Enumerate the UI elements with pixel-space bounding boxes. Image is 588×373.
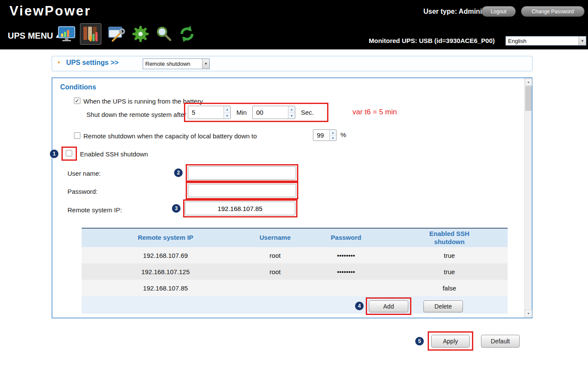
step-badge-2: 2 — [174, 168, 183, 177]
cell-remote-ip: 192.168.107.85 — [82, 280, 249, 296]
table-header-row: Remote system IP Username Password Enabl… — [82, 228, 508, 247]
spin-up-icon[interactable]: ▲ — [224, 106, 230, 113]
cell-ssh: true — [391, 247, 508, 263]
seconds-stepper[interactable]: 00 ▲ ▼ — [252, 106, 295, 119]
capacity-checkbox-label: Remote shutdown when the capacity of loc… — [83, 132, 257, 140]
refresh-icon[interactable] — [176, 23, 198, 45]
breadcrumb-bar — [52, 56, 533, 71]
username-label: User name: — [67, 170, 101, 177]
ups-menu-label: UPS MENU — [8, 31, 53, 41]
vertical-scrollbar[interactable]: ▲ ▼ — [524, 78, 532, 318]
data-log-glyph — [81, 24, 100, 43]
ssh-checkbox[interactable] — [66, 150, 72, 156]
spin-up-icon[interactable]: ▲ — [330, 130, 336, 135]
header-bar: ViewPower UPS MENU ▲ — [0, 0, 588, 49]
min-unit-label: Min — [236, 109, 247, 116]
default-button[interactable]: Default — [481, 335, 520, 348]
step-badge-3: 3 — [172, 204, 181, 213]
cell-ssh: false — [391, 280, 508, 296]
cell-password: •••••••• — [301, 247, 391, 263]
col-header-password: Password — [301, 229, 391, 247]
language-select[interactable]: English ▼ — [505, 36, 586, 46]
change-password-button[interactable]: Change Password — [521, 6, 585, 17]
table-row[interactable]: 192.168.107.125 root •••••••• true — [82, 263, 508, 280]
settings-view-select[interactable]: Remote shutdown ▼ — [143, 58, 210, 69]
check-mark-icon: ✓ — [75, 98, 80, 104]
battery-checkbox[interactable]: ✓ — [74, 98, 80, 104]
cell-username: root — [249, 263, 301, 280]
page-title: UPS settings >> — [66, 59, 119, 67]
spin-down-icon[interactable]: ▼ — [330, 135, 336, 141]
capacity-checkbox[interactable] — [74, 132, 80, 139]
capacity-stepper[interactable]: 99 ▲ ▼ — [313, 129, 337, 141]
remote-ip-field[interactable] — [185, 202, 295, 215]
seconds-value: 00 — [253, 106, 288, 119]
col-header-ssh: Enabled SSH shutdown — [391, 229, 508, 247]
cell-remote-ip: 192.168.107.69 — [82, 247, 249, 263]
minutes-spin-buttons: ▲ ▼ — [224, 106, 230, 119]
breadcrumb-collapse-icon[interactable]: ▾ — [58, 60, 60, 65]
annotation-text: var t6 = 5 min — [352, 108, 397, 116]
password-field[interactable] — [188, 184, 296, 197]
scroll-up-icon[interactable]: ▲ — [525, 78, 532, 86]
sec-unit-label: Sec. — [301, 109, 314, 116]
cell-username — [249, 280, 301, 296]
gear-icon[interactable] — [130, 23, 151, 45]
seconds-spin-buttons: ▲ ▼ — [288, 106, 295, 119]
table-row[interactable]: 192.168.107.69 root •••••••• true — [82, 247, 508, 263]
ups-menu-button[interactable]: UPS MENU ▲ — [8, 31, 60, 41]
col-header-username: Username — [249, 229, 301, 247]
settings-tools-icon[interactable] — [106, 23, 127, 45]
chevron-down-icon: ▼ — [202, 59, 209, 69]
logout-button[interactable]: Logout — [481, 6, 516, 17]
viewpower-app: ViewPower UPS MENU ▲ — [0, 0, 588, 373]
language-select-value: English — [506, 37, 579, 45]
spin-up-icon[interactable]: ▲ — [288, 106, 295, 113]
spin-down-icon[interactable]: ▼ — [288, 113, 295, 119]
monitor-status-icon[interactable] — [56, 23, 77, 45]
cell-password — [301, 280, 391, 296]
minutes-value: 5 — [188, 106, 224, 119]
capacity-spin-buttons: ▲ ▼ — [329, 130, 336, 141]
delete-button[interactable]: Delete — [423, 300, 463, 312]
search-icon[interactable] — [153, 23, 175, 45]
cell-username: root — [249, 247, 301, 263]
step-badge-4: 4 — [355, 302, 364, 310]
scroll-down-icon[interactable]: ▼ — [525, 310, 532, 317]
gear-glyph — [131, 24, 150, 43]
search-glyph — [154, 24, 173, 43]
ssh-checkbox-label: Enabled SSH shutdown — [80, 150, 148, 158]
add-button[interactable]: Add — [369, 300, 408, 312]
minutes-stepper[interactable]: 5 ▲ ▼ — [188, 106, 231, 119]
section-title: Conditions — [60, 83, 96, 91]
scrollbar-thumb[interactable] — [525, 86, 532, 111]
username-field[interactable] — [188, 166, 296, 180]
password-label: Password: — [67, 188, 98, 195]
cell-password: •••••••• — [301, 263, 391, 280]
monitor-status-glyph — [57, 24, 76, 43]
monitored-ups-label: Monitored UPS: USB (id=3930ACE6_P00) — [369, 37, 495, 44]
shutdown-after-label: Shut down the remote system after — [86, 111, 187, 118]
battery-checkbox-label: When the UPS is running from the battery — [83, 98, 203, 105]
settings-view-select-value: Remote shutdown — [143, 59, 202, 69]
step-badge-1: 1 — [50, 150, 58, 158]
data-log-icon[interactable] — [80, 23, 101, 45]
col-header-remote-ip: Remote system IP — [82, 229, 249, 247]
refresh-glyph — [178, 24, 196, 43]
cell-ssh: true — [391, 263, 508, 280]
percent-unit-label: % — [340, 131, 346, 138]
chevron-down-icon: ▼ — [579, 37, 586, 45]
capacity-value: 99 — [313, 130, 329, 141]
remote-ip-label: Remote system IP: — [67, 206, 122, 214]
settings-tools-glyph — [107, 24, 126, 43]
step-badge-5: 5 — [415, 337, 424, 345]
spin-down-icon[interactable]: ▼ — [224, 113, 230, 119]
table-row[interactable]: 192.168.107.85 false — [82, 280, 508, 296]
cell-remote-ip: 192.168.107.125 — [82, 263, 249, 280]
app-logo: ViewPower — [9, 3, 91, 19]
apply-button[interactable]: Apply — [431, 335, 470, 348]
